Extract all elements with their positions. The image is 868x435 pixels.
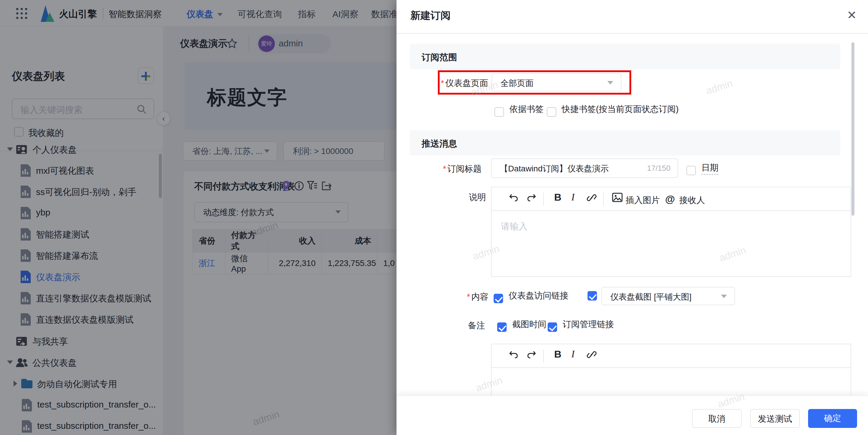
screenshot-type-select[interactable]: 仪表盘截图 [平铺大图] [601,287,735,305]
content-field-label: 内容 [467,291,488,303]
cancel-button[interactable]: 取消 [692,409,742,428]
bold-icon[interactable]: B [554,192,562,203]
mention-icon[interactable]: @ [665,193,675,205]
screenshot-time-label: 截图时间 [512,319,546,329]
link-icon[interactable] [587,350,597,362]
modal-title: 新建订阅 [410,9,451,23]
subject-input-value: 【Datawind订阅】仪表盘演示 [500,163,609,174]
italic-icon[interactable]: I [571,348,575,360]
manage-link-label: 订阅管理链接 [562,319,614,329]
remark-toolbar: B I [492,344,850,368]
screenshot-checkbox[interactable] [588,291,597,300]
screenshot-type-value: 仪表盘截图 [平铺大图] [610,291,691,302]
modal-footer: 取消 发送测试 确定 [397,396,868,435]
italic-icon[interactable]: I [571,192,575,203]
manage-link-checkbox[interactable] [548,322,557,332]
modal-scrollbar[interactable] [851,42,855,216]
date-checkbox[interactable] [686,166,696,175]
description-placeholder: 请输入 [501,221,528,233]
description-toolbar: B I 插入图片 @ 接收人 [492,187,850,211]
screenshot-time-option[interactable]: 截图时间 [497,320,546,332]
insert-image-label[interactable]: 插入图片 [626,195,660,206]
chevron-down-icon [721,295,727,298]
link-icon[interactable] [587,193,597,205]
subject-field-label: 订阅标题 [443,163,482,175]
modal-header-divider [397,33,868,34]
mention-label[interactable]: 接收人 [679,195,705,206]
screenshot-time-checkbox[interactable] [497,322,507,332]
watermark: admin [705,78,734,97]
bold-icon[interactable]: B [554,348,562,360]
redo-icon[interactable] [526,193,536,205]
char-counter: 17/150 [647,164,671,173]
app-root: 火山引擎 智能数据洞察 仪表盘 可视化查询 指标 AI洞察 数据准备 仪表盘列表… [0,0,868,435]
undo-icon[interactable] [509,350,519,362]
redo-icon[interactable] [526,350,536,362]
bookmark-option-1[interactable]: 依据书签 [495,105,544,117]
remark-field-label: 备注 [468,320,485,331]
confirm-button[interactable]: 确定 [808,409,857,428]
bookmark-checkbox[interactable] [495,107,504,117]
dashboard-link-label: 仪表盘访问链接 [508,291,568,300]
dashboard-link-option[interactable]: 仪表盘访问链接 [494,291,568,303]
section-push: 推送消息 [410,130,840,155]
toolbar-separator [603,193,604,206]
send-test-button[interactable]: 发送测试 [750,409,800,428]
dashboard-link-checkbox[interactable] [494,294,503,303]
date-option[interactable]: 日期 [686,163,718,175]
manage-link-option[interactable]: 订阅管理链接 [548,320,614,332]
bookmark-label: 依据书签 [509,104,544,114]
bookmark-option-2[interactable]: 快捷书签(按当前页面状态订阅) [547,105,679,117]
date-label: 日期 [701,163,718,175]
description-label: 说明 [469,192,486,203]
section-scope-title: 订阅范围 [422,51,457,63]
close-icon[interactable]: ✕ [844,8,860,23]
description-editor[interactable]: B I 插入图片 @ 接收人 请输入 [491,187,851,277]
quick-bookmark-checkbox[interactable] [547,107,556,117]
new-subscription-modal: 新建订阅 ✕ 订阅范围 仪表盘页面 全部页面 依据书签 快捷书签(按当前页面状态… [397,0,868,435]
section-push-title: 推送消息 [422,138,457,150]
highlight-red-box [438,70,631,94]
toolbar-separator [543,193,544,206]
undo-icon[interactable] [509,193,519,205]
quick-bookmark-label: 快捷书签(按当前页面状态订阅) [562,104,678,114]
section-scope: 订阅范围 [410,44,840,69]
subject-input[interactable]: 【Datawind订阅】仪表盘演示 17/150 [491,158,678,178]
insert-image-icon[interactable] [612,193,623,204]
toolbar-separator [543,350,544,362]
